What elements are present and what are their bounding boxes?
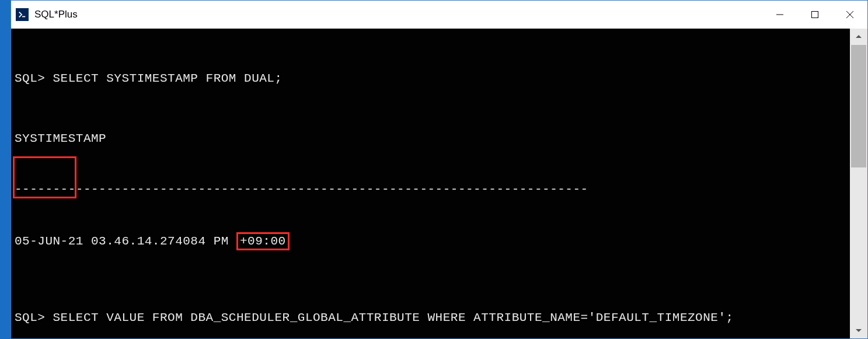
query-line: SQL> SELECT VALUE FROM DBA_SCHEDULER_GLO…	[11, 309, 850, 326]
result-text: 05-JUN-21 03.46.14.274084 PM	[15, 235, 236, 248]
svg-rect-0	[22, 16, 25, 18]
minimize-button[interactable]	[762, 1, 797, 29]
maximize-button[interactable]	[797, 1, 832, 29]
window-title: SQL*Plus	[34, 9, 762, 20]
vertical-scrollbar[interactable]	[850, 29, 867, 338]
query-line: SQL> SELECT SYSTIMESTAMP FROM DUAL;	[11, 70, 850, 87]
app-icon	[16, 8, 29, 21]
window-controls	[762, 1, 867, 29]
scroll-down-button[interactable]	[850, 322, 867, 338]
scrollbar-thumb[interactable]	[851, 45, 866, 167]
terminal-output[interactable]: SQL> SELECT SYSTIMESTAMP FROM DUAL; SYST…	[11, 29, 850, 338]
column-header: SYSTIMESTAMP	[11, 130, 850, 147]
scroll-up-button[interactable]	[850, 29, 867, 45]
svg-rect-2	[812, 12, 818, 18]
sqlplus-window: SQL*Plus SQL> SELECT SYSTIMESTAMP FROM D…	[11, 0, 868, 339]
result-row: 05-JUN-21 03.46.14.274084 PM +09:00	[11, 232, 850, 249]
separator-line: ----------------------------------------…	[11, 181, 850, 198]
highlight-timezone-offset: +09:00	[236, 232, 290, 250]
close-button[interactable]	[832, 1, 867, 29]
client-area: SQL> SELECT SYSTIMESTAMP FROM DUAL; SYST…	[11, 29, 867, 338]
title-bar[interactable]: SQL*Plus	[11, 1, 867, 29]
scrollbar-track[interactable]	[850, 45, 867, 322]
